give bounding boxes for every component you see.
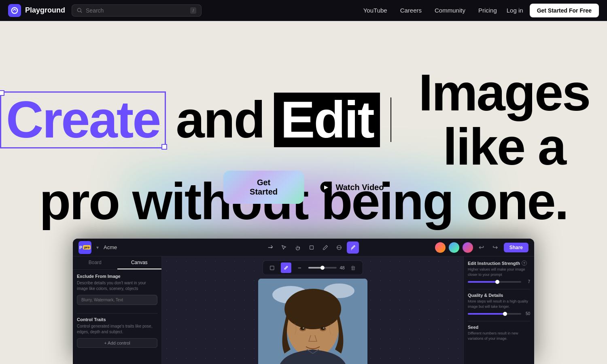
svg-point-14 [303,328,304,329]
app-chevron-icon: ▾ [96,245,99,250]
quality-slider[interactable] [468,313,521,315]
nav-pricing[interactable]: Pricing [478,7,497,14]
hero-create-word: Create [0,91,166,148]
app-titlebar-right: ↩ ↪ Share [435,242,528,253]
tb-mask-icon[interactable] [333,241,345,254]
edit-strength-slider-row: 7 [468,279,530,284]
svg-point-0 [12,7,17,13]
svg-point-15 [323,328,325,329]
app-logo-icon: P pro [79,241,91,254]
hero-images-phrase: Images like a [401,66,607,174]
avatar-2 [449,242,459,253]
edit-strength-slider[interactable] [468,281,521,283]
svg-point-9 [284,289,341,329]
navbar: Playground / YouTube Careers Community P… [0,0,607,21]
canvas-toolbar: 48 🗑 [262,260,363,275]
avatar-1 [435,242,446,253]
nav-login[interactable]: Log in [507,7,523,14]
control-traits-desc: Control generated image's traits like po… [77,324,157,335]
quality-title: Quality & Details [468,293,530,298]
svg-rect-2 [310,245,313,249]
app-tabs: Board Canvas [73,256,161,270]
exclude-section-desc: Describe details you don't want in your … [77,280,157,292]
exclude-section-title: Exclude From Image [77,274,157,279]
add-control-button[interactable]: + Add control [77,338,157,348]
hero-line-1: Create and Edit Images like a [0,66,607,174]
canvas-tb-brush-active[interactable] [280,262,291,273]
nav-careers[interactable]: Careers [400,7,422,14]
hero-and-word: and [176,93,264,147]
search-kbd: / [190,7,196,14]
left-panel-content: Exclude From Image Describe details you … [73,270,161,352]
portrait-face [258,279,367,364]
search-input[interactable] [86,7,187,14]
quality-fill [468,313,505,315]
edit-strength-value: 7 [524,279,530,284]
edit-strength-fill [468,281,497,283]
tb-cursor-icon[interactable] [278,241,290,254]
edit-strength-title: Edit Instruction Strength ? [468,260,530,266]
hero-get-started-button[interactable]: Get Started [223,171,304,204]
svg-point-1 [77,8,81,12]
tb-pen-icon[interactable] [319,241,331,254]
canvas-tb-line-icon[interactable] [294,262,305,273]
app-body: Board Canvas Exclude From Image Describe… [73,256,534,364]
edit-strength-thumb [495,280,499,284]
share-button[interactable]: Share [504,243,528,252]
right-divider-1 [468,289,530,290]
nav-get-started-button[interactable]: Get Started For Free [530,4,599,17]
hero-edit-word: Edit [274,93,380,147]
tb-brush-icon[interactable] [347,241,359,254]
app-left-panel: Board Canvas Exclude From Image Describe… [73,256,162,364]
text-cursor [391,97,392,142]
canvas-brush-size-value: 48 [340,265,344,270]
nav-logo[interactable]: Playground [8,4,65,17]
redo-button[interactable]: ↪ [490,242,501,253]
app-titlebar: P pro ▾ Acme [73,239,534,256]
avatar-3 [463,242,473,253]
tab-canvas[interactable]: Canvas [117,256,162,269]
quality-slider-row: 50 [468,311,530,316]
undo-button[interactable]: ↩ [476,242,487,253]
hero-section: Create and Edit Images like a pro withou… [0,21,607,364]
panel-divider [77,313,157,314]
nav-community[interactable]: Community [435,7,465,14]
control-traits-title: Control Traits [77,317,157,322]
app-toolbar-icons [264,241,359,254]
search-icon [77,8,83,13]
canvas-brush-size-slider[interactable] [308,267,336,269]
logo-icon [8,4,21,17]
nav-logo-text: Playground [25,6,65,15]
right-divider-2 [468,321,530,322]
seed-desc: Different numbers result in new variatio… [468,331,530,341]
hero-ctas: Get Started ▶ Watch Video [223,171,384,204]
quality-thumb [503,312,507,316]
tb-hand-icon[interactable] [292,241,304,254]
svg-rect-4 [270,266,274,269]
edit-strength-desc: Higher values will make your image close… [468,267,530,277]
canvas-tb-reset-icon[interactable] [267,262,277,273]
app-right-panel: Edit Instruction Strength ? Higher value… [463,256,534,364]
edit-strength-info-icon[interactable]: ? [522,260,527,266]
canvas-portrait-image [258,279,367,364]
tb-crop-icon[interactable] [306,241,318,254]
hero-headline: Create and Edit Images like a pro withou… [0,66,607,229]
app-canvas-area[interactable]: 48 🗑 [162,256,463,364]
tb-share-icon[interactable] [264,241,276,254]
quality-desc: More steps will result in a high quality… [468,299,530,309]
hero-watch-video-button[interactable]: ▶ Watch Video [320,182,384,193]
exclude-input[interactable] [77,295,157,305]
nav-links: YouTube Careers Community Pricing [363,7,497,14]
app-workspace-name: Acme [104,244,117,250]
nav-youtube[interactable]: YouTube [363,7,387,14]
app-pro-badge: pro [83,245,91,250]
canvas-trash-icon[interactable]: 🗑 [348,262,359,273]
quality-value: 50 [524,311,530,316]
seed-title: Seed [468,325,530,330]
search-bar: / [72,4,202,17]
play-icon: ▶ [320,182,332,193]
tab-board[interactable]: Board [73,256,117,269]
svg-point-13 [320,327,325,330]
svg-point-12 [300,327,305,330]
app-preview: P pro ▾ Acme [73,239,534,364]
